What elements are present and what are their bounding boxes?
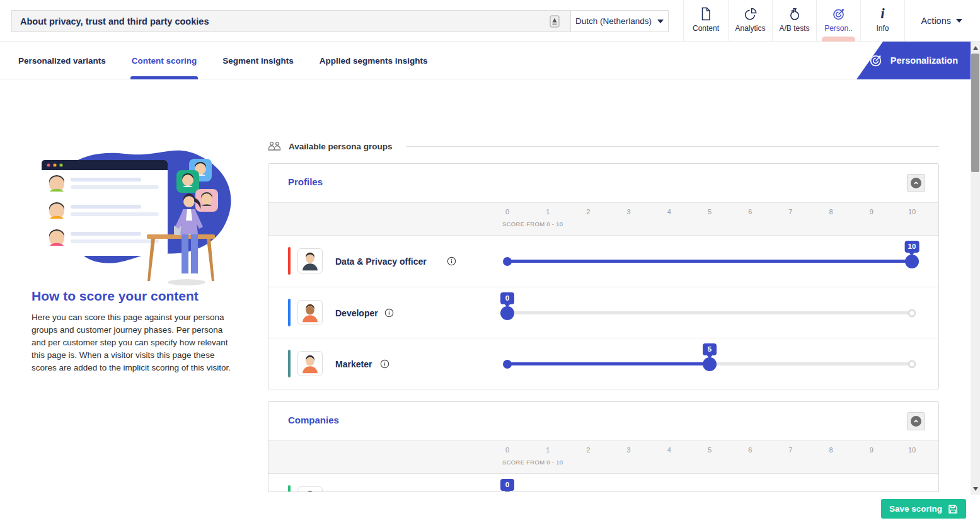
slider-handle[interactable]: [905, 255, 919, 268]
scale-tick: 8: [829, 446, 833, 454]
persona-row: 0: [268, 474, 938, 492]
intro-heading: How to score your content: [32, 289, 199, 304]
persona-rows: 0: [268, 474, 938, 492]
vertical-scrollbar: [971, 42, 980, 495]
floppy-disk-icon: [948, 504, 958, 514]
intro-illustration: [30, 131, 241, 289]
tab-applied-segments-insights[interactable]: Applied segments insights: [320, 42, 428, 79]
slider-handle[interactable]: [500, 306, 514, 320]
scale-tick: 3: [627, 446, 631, 454]
scale-tick: 10: [908, 446, 916, 454]
active-toolbar-indicator: [822, 37, 855, 42]
tab-content-scoring[interactable]: Content scoring: [132, 42, 197, 79]
scale-tick: 3: [627, 208, 631, 216]
persona-accent-bar: [288, 350, 291, 377]
score-slider[interactable]: 10: [502, 236, 917, 287]
group-title: Companies: [288, 415, 339, 425]
score-slider[interactable]: 5: [502, 338, 917, 389]
scale-tick: 2: [586, 208, 590, 216]
flask-icon: [787, 6, 803, 22]
info-icon[interactable]: [380, 359, 389, 369]
scale-ticks: 012345678910: [502, 446, 917, 455]
toolbar-item-personalization[interactable]: Person..: [816, 0, 860, 42]
page-title-input[interactable]: [11, 10, 571, 32]
toolbar-item-label: Info: [876, 24, 889, 33]
score-badge-value: 0: [505, 294, 509, 302]
score-badge: 10: [905, 241, 919, 253]
persona-accent-bar: [288, 299, 291, 326]
persona-rows: Data & Privacy officer 10 Devel: [268, 236, 938, 389]
chevron-up-icon: [911, 178, 921, 188]
actions-dropdown[interactable]: Actions: [921, 0, 962, 42]
tab-bar: Personalized variants Content scoring Se…: [0, 42, 980, 79]
persona-name: Data & Privacy officer: [335, 236, 427, 287]
section-divider: [406, 146, 939, 147]
save-scoring-button[interactable]: Save scoring: [881, 499, 966, 519]
scale-tick: 4: [667, 208, 671, 216]
collapse-group-button[interactable]: [907, 174, 925, 192]
toolbar-item-content[interactable]: Content: [684, 0, 728, 42]
group-header: Companies: [268, 402, 938, 440]
scale-tick: 7: [788, 446, 792, 454]
footer-bar: Save scoring: [0, 492, 980, 523]
persona-group-card: Companies 012345678910 SCORE FROM 0 - 10: [268, 401, 939, 492]
scale-tick: 5: [708, 446, 712, 454]
intro-body: Here you can score this page against you…: [32, 311, 234, 374]
tab-personalized-variants[interactable]: Personalized variants: [18, 42, 106, 79]
scale-tick: 5: [708, 208, 712, 216]
scale-tick: 8: [829, 208, 833, 216]
persona-accent-bar: [288, 247, 291, 275]
score-badge-value: 5: [708, 345, 712, 353]
scale-tick: 10: [908, 208, 916, 216]
info-icon[interactable]: [384, 308, 394, 318]
slider-start-cap: [503, 360, 512, 369]
scale-tick: 1: [546, 446, 550, 454]
slider-handle[interactable]: [703, 357, 717, 371]
slider-end-cap: [908, 309, 916, 317]
info-icon[interactable]: [447, 256, 456, 266]
scale-header: 012345678910 SCORE FROM 0 - 10: [268, 440, 938, 474]
score-slider[interactable]: 0: [502, 474, 917, 492]
chevron-down-icon: [956, 19, 962, 23]
scrollbar-up-arrow[interactable]: [971, 43, 980, 52]
persona-name: Marketer: [335, 338, 372, 389]
scale-tick: 9: [870, 446, 873, 454]
scale-tick: 2: [586, 446, 590, 454]
chevron-down-icon: [657, 20, 664, 23]
actions-label: Actions: [921, 16, 951, 26]
scrollbar-down-arrow[interactable]: [971, 484, 980, 493]
score-badge: 5: [703, 343, 717, 355]
toolbar-item-analytics[interactable]: Analytics: [728, 0, 772, 42]
collapse-group-button[interactable]: [907, 412, 925, 430]
score-slider[interactable]: 0: [502, 287, 917, 338]
language-selector[interactable]: Dutch (Netherlands): [571, 10, 669, 32]
scale-range-label: SCORE FROM 0 - 10: [502, 459, 563, 466]
text-field-icon: [550, 15, 560, 28]
document-icon: [698, 6, 714, 22]
scale-range-label: SCORE FROM 0 - 10: [502, 221, 563, 227]
scale-ticks: 012345678910: [502, 208, 917, 217]
chevron-up-icon: [911, 416, 921, 427]
personalization-target-icon: [831, 6, 847, 22]
persona-avatar: [297, 351, 323, 376]
tab-segment-insights[interactable]: Segment insights: [222, 42, 294, 79]
target-icon: [868, 54, 883, 68]
score-badge: 0: [500, 292, 514, 304]
slider-fill: [507, 260, 912, 263]
toolbar-item-ab-tests[interactable]: A/B tests: [772, 0, 816, 42]
scale-tick: 7: [788, 208, 792, 216]
score-badge: 0: [500, 479, 514, 491]
personalization-corner-badge: Personalization: [856, 42, 971, 79]
scale-tick: 0: [505, 208, 509, 216]
top-bar: Dutch (Netherlands) Content: [0, 0, 980, 42]
scrollbar-thumb[interactable]: [971, 54, 979, 172]
persona-name: Developer: [335, 287, 378, 338]
persona-row: Developer 0: [268, 287, 938, 338]
toolbar-item-info[interactable]: i Info: [860, 0, 904, 42]
scale-tick: 4: [667, 446, 671, 454]
people-group-icon: [268, 141, 281, 152]
slider-track: [507, 311, 912, 314]
persona-avatar: [297, 248, 323, 273]
toolbar-item-label: Analytics: [735, 24, 765, 33]
tabs: Personalized variants Content scoring Se…: [18, 42, 428, 79]
